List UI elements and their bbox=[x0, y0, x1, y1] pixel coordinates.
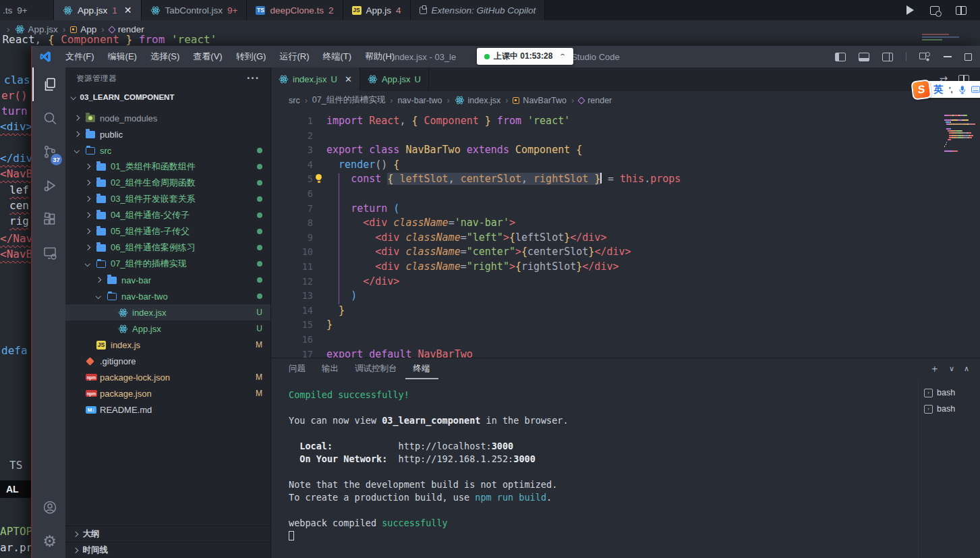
breadcrumb-item[interactable]: NavBarTwo bbox=[513, 96, 567, 105]
menu-终端(T)[interactable]: 终端(T) bbox=[316, 46, 358, 67]
tree-item-01_类组件和函数组件[interactable]: 01_类组件和函数组件 bbox=[65, 159, 270, 175]
extensions-icon[interactable] bbox=[32, 202, 65, 236]
tree-item-.gitignore[interactable]: .gitignore bbox=[65, 353, 270, 369]
recording-badge[interactable]: 上课中 01:53:28 ⌃ bbox=[477, 48, 573, 65]
breadcrumb-item[interactable]: nav-bar-two bbox=[397, 96, 442, 105]
toggle-sidebar-icon[interactable] bbox=[835, 53, 846, 61]
breadcrumb-item[interactable]: 07_组件的插槽实现 bbox=[312, 94, 385, 106]
tree-item-src[interactable]: src bbox=[65, 142, 270, 159]
tab-App.jsx[interactable]: App.jsxU bbox=[360, 67, 429, 91]
settings-gear-icon[interactable]: ⚙ bbox=[32, 524, 65, 558]
tree-item-node_modules[interactable]: node_modules bbox=[65, 110, 270, 126]
menu-转到(G)[interactable]: 转到(G) bbox=[229, 46, 273, 67]
tab-Extension: GitHub Copilot[interactable]: Extension: GitHub Copilot bbox=[411, 0, 546, 20]
toggle-panel-icon[interactable] bbox=[859, 53, 869, 61]
ime-toolbar[interactable]: S 英 ', bbox=[912, 80, 980, 99]
tab-TabControl.jsx[interactable]: TabControl.jsx9+ bbox=[142, 0, 248, 20]
chevron-right-icon: › bbox=[571, 96, 574, 105]
tab-index.jsx[interactable]: index.jsxU✕ bbox=[271, 67, 360, 91]
git-status-dot bbox=[257, 261, 262, 267]
panel-tab-输出[interactable]: 输出 bbox=[314, 358, 347, 379]
more-actions-icon[interactable]: ··· bbox=[247, 72, 260, 84]
tab-App.jsx[interactable]: App.jsx1✕ bbox=[54, 0, 142, 20]
tree-item-04_组件通信-父传子[interactable]: 04_组件通信-父传子 bbox=[65, 207, 270, 223]
tree-item-03_组件开发嵌套关系[interactable]: 03_组件开发嵌套关系 bbox=[65, 191, 270, 207]
explorer-icon[interactable] bbox=[32, 67, 65, 101]
breadcrumb-item[interactable]: src bbox=[289, 96, 300, 105]
tab-.ts[interactable]: .ts9+ bbox=[0, 0, 54, 20]
scm-changes-badge: 37 bbox=[51, 154, 62, 165]
tree-item-07_组件的插槽实现[interactable]: 07_组件的插槽实现 bbox=[65, 256, 270, 272]
tree-item-README.md[interactable]: M↓README.md bbox=[65, 401, 270, 418]
panel-tab-问题[interactable]: 问题 bbox=[281, 358, 314, 379]
keyboard-icon[interactable] bbox=[971, 86, 980, 93]
code-fragment: ar.pr bbox=[0, 541, 32, 554]
microphone-icon[interactable] bbox=[959, 85, 966, 94]
account-icon[interactable] bbox=[32, 491, 65, 524]
panel-tab-终端[interactable]: 终端 bbox=[405, 358, 438, 379]
section-时间线[interactable]: 时间线 bbox=[65, 542, 270, 558]
react-icon bbox=[150, 5, 161, 16]
code-text: </div> bbox=[313, 275, 399, 289]
ime-language-toggle[interactable]: 英 bbox=[933, 84, 943, 96]
git-status-dot bbox=[257, 245, 262, 250]
run-debug-icon[interactable] bbox=[32, 169, 65, 202]
menu-运行(R)[interactable]: 运行(R) bbox=[272, 46, 316, 67]
ime-punctuation-toggle[interactable]: ', bbox=[949, 86, 953, 94]
search-icon[interactable] bbox=[32, 101, 65, 135]
menu-帮助(H)[interactable]: 帮助(H) bbox=[358, 46, 401, 67]
split-editor-icon[interactable] bbox=[956, 6, 967, 15]
tree-item-App.jsx[interactable]: App.jsxU bbox=[65, 320, 270, 337]
breadcrumb-item[interactable]: render bbox=[579, 96, 612, 105]
tree-item-06_组件通信案例练习[interactable]: 06_组件通信案例练习 bbox=[65, 240, 270, 256]
folder-icon bbox=[96, 228, 106, 235]
menu-编辑(E)[interactable]: 编辑(E) bbox=[101, 46, 144, 67]
tree-item-nav-bar[interactable]: nav-bar bbox=[65, 272, 270, 288]
panel-tab-调试控制台[interactable]: 调试控制台 bbox=[347, 358, 405, 379]
menu-文件(F)[interactable]: 文件(F) bbox=[59, 46, 101, 67]
close-icon[interactable]: ✕ bbox=[124, 5, 132, 16]
menu-查看(V)[interactable]: 查看(V) bbox=[186, 46, 229, 67]
code-editor[interactable]: 1import React, { Component } from 'react… bbox=[271, 109, 980, 358]
title-bar[interactable]: 文件(F)编辑(E)选择(S)查看(V)转到(G)运行(R)终端(T)帮助(H)… bbox=[32, 46, 980, 67]
menu-选择(S)[interactable]: 选择(S) bbox=[144, 46, 186, 67]
maximize-panel-icon[interactable]: ∧ bbox=[964, 364, 969, 373]
maximize-button[interactable] bbox=[964, 53, 972, 61]
tab-App.js[interactable]: JSApp.js4 bbox=[343, 0, 411, 20]
terminal-instance[interactable]: ›bash bbox=[919, 401, 980, 417]
breadcrumb[interactable]: src›07_组件的插槽实现›nav-bar-two›index.jsx›Nav… bbox=[271, 91, 980, 109]
tree-item-public[interactable]: public bbox=[65, 126, 270, 142]
file-label: .gitignore bbox=[100, 356, 136, 366]
terminal-instance[interactable]: ›bash bbox=[919, 385, 980, 401]
terminal-output[interactable]: Compiled successfully! You can now view … bbox=[271, 379, 918, 558]
tree-item-05_组件通信-子传父[interactable]: 05_组件通信-子传父 bbox=[65, 223, 270, 240]
open-changes-icon[interactable] bbox=[930, 6, 940, 15]
tree-item-02_组件生命周期函数[interactable]: 02_组件生命周期函数 bbox=[65, 175, 270, 191]
run-icon[interactable] bbox=[906, 5, 914, 15]
tree-item-package-lock.json[interactable]: npmpackage-lock.jsonM bbox=[65, 369, 270, 385]
new-terminal-icon[interactable]: ＋ bbox=[929, 362, 940, 375]
chevron-down-icon[interactable]: ∨ bbox=[949, 364, 954, 373]
folder-icon bbox=[96, 244, 106, 252]
tab-label: .ts bbox=[3, 5, 12, 16]
breadcrumb-item[interactable]: index.jsx bbox=[455, 95, 501, 105]
tree-item-index.jsx[interactable]: index.jsxU bbox=[65, 304, 270, 320]
section-大纲[interactable]: 大纲 bbox=[65, 526, 270, 542]
chevron-up-icon[interactable]: ⌃ bbox=[559, 53, 567, 60]
customize-layout-icon[interactable] bbox=[919, 52, 931, 62]
lightbulb-icon[interactable] bbox=[316, 174, 322, 183]
minimap[interactable] bbox=[944, 115, 975, 152]
minimize-button[interactable] bbox=[944, 56, 952, 57]
workspace-root-folder[interactable]: 03_LEARN_COMPONENT bbox=[65, 89, 270, 105]
tree-item-package.json[interactable]: npmpackage.jsonM bbox=[65, 385, 270, 401]
tree-item-index.js[interactable]: JSindex.jsM bbox=[65, 337, 270, 353]
tab-label: index.jsx bbox=[293, 74, 327, 84]
sogou-logo[interactable]: S bbox=[911, 79, 931, 100]
remote-explorer-icon[interactable] bbox=[32, 236, 65, 270]
tab-deepClone.ts[interactable]: TSdeepClone.ts2 bbox=[247, 0, 343, 20]
source-control-icon[interactable]: 37 bbox=[32, 135, 65, 169]
code-line: 5 const { leftSlot, centerSlot, rightSlo… bbox=[271, 172, 980, 187]
toggle-secondary-sidebar-icon[interactable] bbox=[882, 53, 893, 61]
tree-item-nav-bar-two[interactable]: nav-bar-two bbox=[65, 288, 270, 304]
close-icon[interactable]: ✕ bbox=[345, 74, 352, 84]
